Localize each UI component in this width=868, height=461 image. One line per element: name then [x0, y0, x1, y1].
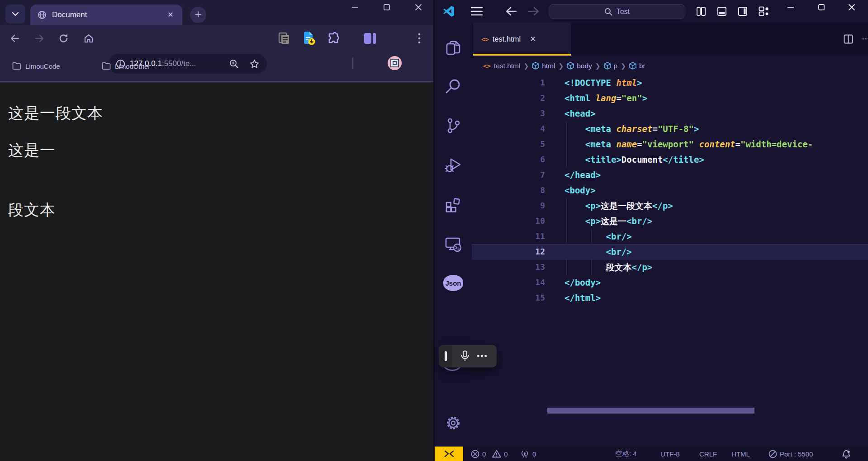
widget-more-icon[interactable]: •••	[477, 352, 488, 361]
line-number: 7	[472, 167, 545, 183]
broadcast-icon	[520, 450, 530, 458]
explorer-icon[interactable]	[446, 40, 461, 56]
new-tab-button[interactable]: +	[190, 7, 206, 23]
encoding-status[interactable]: UTF-8	[660, 447, 680, 461]
tab-search-button[interactable]	[5, 5, 25, 24]
voice-input-widget[interactable]: •••	[439, 345, 497, 367]
line-number: 15	[472, 290, 545, 306]
maximize-icon[interactable]	[383, 4, 390, 11]
hamburger-icon[interactable]	[471, 7, 483, 16]
code-line[interactable]: 11 <br/>	[472, 229, 868, 244]
remote-icon	[444, 450, 454, 457]
command-center-search[interactable]: Test	[550, 4, 684, 19]
line-number: 9	[472, 198, 545, 213]
breadcrumb-separator: ❯	[621, 62, 626, 70]
horizontal-scrollbar[interactable]	[547, 408, 754, 414]
layout-sidebar-icon[interactable]	[696, 6, 706, 16]
bookmark-folder-limouother[interactable]: LimouOther	[102, 62, 150, 70]
nav-forward-icon[interactable]	[528, 6, 540, 17]
editor-tab-testhtml[interactable]: <> test.html ✕	[473, 23, 571, 56]
line-number: 8	[472, 183, 545, 198]
breadcrumb-item[interactable]: html	[542, 62, 555, 70]
breadcrumb-separator: ❯	[595, 62, 601, 70]
html-file-icon: <>	[481, 36, 489, 43]
port-status[interactable]: Port : 5500	[768, 447, 813, 461]
vscode-window: Test Json ••• <> test.html ✕	[435, 0, 868, 461]
layout-customize-icon[interactable]	[759, 6, 769, 16]
code-text: <body>	[564, 183, 596, 198]
symbol-cube-icon	[567, 62, 574, 70]
vs-minimize-icon[interactable]	[787, 4, 794, 11]
editor-tab-close[interactable]: ✕	[530, 34, 536, 44]
nav-back-icon[interactable]	[505, 6, 517, 17]
search-icon	[604, 8, 612, 16]
download-doc-icon[interactable]	[302, 31, 316, 46]
code-editor[interactable]: 1<!DOCTYPE html>2<html lang="en">3<head>…	[472, 75, 868, 382]
home-icon[interactable]	[83, 33, 94, 44]
bookmark-folder-limoucode[interactable]: LimouCode	[12, 62, 60, 70]
editor-more-actions-icon[interactable]: ⋯	[862, 33, 868, 44]
widget-drag-handle[interactable]	[439, 345, 452, 367]
page-paragraph: 段文本	[8, 200, 56, 221]
globe-icon	[38, 10, 47, 19]
back-icon[interactable]	[9, 33, 20, 44]
layout-sidebar-right-icon[interactable]	[738, 6, 748, 16]
split-editor-icon[interactable]	[844, 34, 853, 44]
code-line[interactable]: 12 <br/>	[472, 244, 868, 259]
code-line[interactable]: 8<body>	[472, 183, 868, 198]
browser-tab-document[interactable]: Document ✕	[30, 5, 182, 25]
code-line[interactable]: 14</body>	[472, 275, 868, 290]
code-line[interactable]: 3<head>	[472, 106, 868, 121]
code-line[interactable]: 2<html lang="en">	[472, 90, 868, 106]
breadcrumb-item[interactable]: body	[577, 62, 592, 70]
code-line[interactable]: 6 <title>Document</title>	[472, 152, 868, 167]
code-line[interactable]: 9 <p>这是一段文本</p>	[472, 198, 868, 213]
code-line[interactable]: 7</head>	[472, 167, 868, 183]
language-mode-status[interactable]: HTML	[731, 447, 750, 461]
reading-list-icon[interactable]	[278, 32, 290, 45]
error-count: 0	[482, 450, 486, 458]
line-number: 13	[472, 259, 545, 275]
layout-panel-icon[interactable]	[717, 6, 727, 16]
broadcast-count: 0	[532, 450, 536, 458]
search-sidebar-icon[interactable]	[445, 78, 461, 94]
code-line[interactable]: 1<!DOCTYPE html>	[472, 75, 868, 90]
html-file-icon: <>	[483, 62, 491, 70]
minimize-icon[interactable]	[351, 4, 359, 11]
bell-icon[interactable]	[842, 450, 851, 459]
window-close-icon[interactable]	[415, 4, 422, 11]
indentation-status[interactable]: 空格: 4	[616, 447, 637, 461]
tab-close-button[interactable]: ✕	[165, 9, 176, 20]
scm-icon[interactable]	[446, 118, 461, 134]
json-extension-icon[interactable]: Json	[443, 275, 463, 291]
symbol-cube-icon	[629, 62, 636, 70]
settings-gear-icon[interactable]	[444, 414, 462, 432]
breadcrumb-item[interactable]: test.html	[494, 62, 521, 70]
vs-close-icon[interactable]	[848, 4, 855, 11]
side-panel-icon[interactable]	[364, 32, 376, 45]
debug-icon[interactable]	[445, 157, 462, 174]
breadcrumb-item[interactable]: p	[614, 62, 618, 70]
mic-icon[interactable]	[460, 350, 470, 362]
code-text: <title>Document</title>	[564, 152, 704, 167]
remote-indicator[interactable]	[435, 447, 463, 461]
eol-status[interactable]: CRLF	[699, 447, 717, 461]
extensions-puzzle-icon[interactable]	[327, 32, 340, 45]
kebab-menu-icon[interactable]	[418, 33, 421, 44]
code-line[interactable]: 4 <meta charset="UTF-8">	[472, 121, 868, 136]
code-line[interactable]: 5 <meta name="viewport" content="width=d…	[472, 136, 868, 152]
broadcast-status[interactable]: 0	[520, 447, 536, 461]
code-line[interactable]: 13 段文本</p>	[472, 259, 868, 275]
vs-maximize-icon[interactable]	[818, 4, 825, 11]
code-line[interactable]: 10 <p>这是一<br/>	[472, 213, 868, 229]
remote-explorer-icon[interactable]	[445, 237, 462, 252]
extensions-icon[interactable]	[445, 197, 461, 213]
code-text: </head>	[564, 167, 601, 183]
vscode-logo-icon	[443, 5, 455, 17]
code-line[interactable]: 15</html>	[472, 290, 868, 306]
problems-status[interactable]: 0 0	[471, 447, 508, 461]
breadcrumb-item[interactable]: br	[639, 62, 645, 70]
editor-tab-bar: <> test.html ✕ ⋯	[472, 23, 868, 56]
reload-icon[interactable]	[58, 33, 69, 44]
forward-icon[interactable]	[34, 33, 45, 44]
